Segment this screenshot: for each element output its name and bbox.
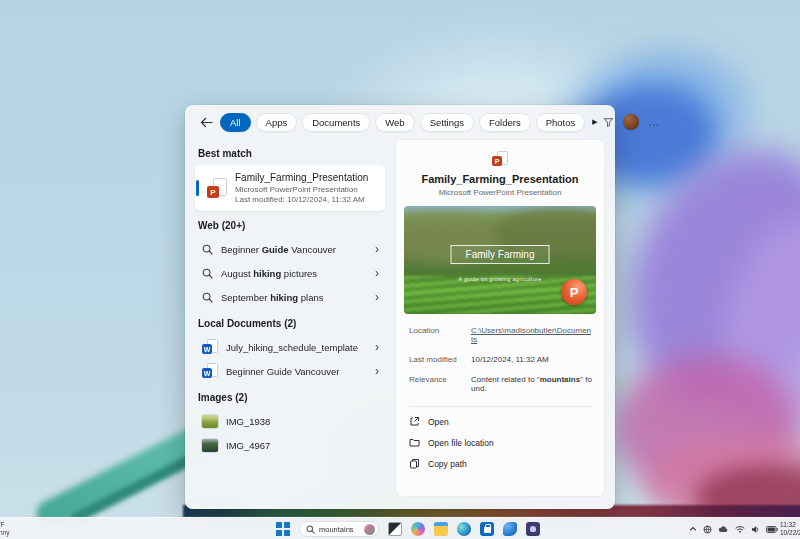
chevron-right-icon[interactable]: › xyxy=(375,342,379,352)
teams-icon[interactable] xyxy=(526,522,540,536)
weather-widget[interactable]: 48°F Sunny xyxy=(0,521,9,537)
suggestion-label: Beginner Guide Vancouver xyxy=(221,244,336,255)
filter-icon[interactable] xyxy=(603,117,614,128)
file-explorer-icon[interactable] xyxy=(434,522,448,536)
web-suggestion-row[interactable]: Beginner Guide Vancouver › xyxy=(195,237,385,261)
chevron-right-icon[interactable]: › xyxy=(375,244,379,254)
document-row[interactable]: W July_hiking_schedule_template › xyxy=(195,335,385,359)
web-section-header: Web (20+) xyxy=(198,220,385,231)
local-documents-header: Local Documents (2) xyxy=(198,318,385,329)
document-row[interactable]: W Beginner Guide Vancouver › xyxy=(195,359,385,383)
tab-settings[interactable]: Settings xyxy=(420,113,474,132)
action-label: Open file location xyxy=(428,438,494,448)
tab-all[interactable]: All xyxy=(220,113,251,132)
microsoft-365-icon[interactable] xyxy=(503,522,517,536)
search-highlights-thumbnail[interactable] xyxy=(364,524,375,535)
more-tabs-button[interactable]: ▶ xyxy=(592,118,597,126)
folder-icon xyxy=(409,437,420,448)
open-button[interactable]: Open xyxy=(404,411,596,432)
image-thumbnail xyxy=(202,415,218,428)
metadata-value: 10/12/2024, 11:32 AM xyxy=(471,355,592,364)
image-label: IMG_4967 xyxy=(226,440,270,451)
suggestion-label: September hiking plans xyxy=(221,292,323,303)
topbar-right-group: … xyxy=(603,114,661,130)
microsoft-store-icon[interactable] xyxy=(480,522,494,536)
tab-web[interactable]: Web xyxy=(375,113,414,132)
taskbar: 48°F Sunny mountains xyxy=(0,517,800,539)
metadata-row-location: Location C:\Users\madisonbutler\Document… xyxy=(409,326,592,344)
clock-time: 11:32 xyxy=(780,521,800,529)
action-label: Copy path xyxy=(428,459,467,469)
search-icon xyxy=(202,268,213,279)
search-icon xyxy=(306,525,315,534)
image-row[interactable]: IMG_1938 xyxy=(195,409,385,433)
start-button[interactable] xyxy=(276,522,290,536)
metadata-value: Content related to "mountains" found. xyxy=(471,375,592,393)
file-modified: Last modified: 10/12/2024, 11:32 AM xyxy=(235,195,368,204)
tab-folders[interactable]: Folders xyxy=(479,113,531,132)
search-icon xyxy=(202,244,213,255)
open-file-location-button[interactable]: Open file location xyxy=(404,432,596,453)
slide-title: Family Farming xyxy=(451,245,550,264)
document-label: Beginner Guide Vancouver xyxy=(226,366,339,377)
volume-icon[interactable] xyxy=(751,525,760,534)
desktop: All Apps Documents Web Settings Folders … xyxy=(0,0,800,539)
chevron-right-icon[interactable]: › xyxy=(375,268,379,278)
taskbar-search-box[interactable]: mountains xyxy=(299,521,379,537)
location-link[interactable]: C:\Users\madisonbutler\Documents xyxy=(471,326,591,344)
file-metadata: Location C:\Users\madisonbutler\Document… xyxy=(409,326,592,404)
web-suggestion-row[interactable]: September hiking plans › xyxy=(195,285,385,309)
divider xyxy=(409,406,592,407)
weather-temp: 48°F xyxy=(0,521,9,529)
clock-date: 10/22/2024 xyxy=(780,529,800,537)
copy-icon xyxy=(409,458,420,469)
best-match-item[interactable]: P Family_Farming_Presentation Microsoft … xyxy=(195,165,385,211)
image-thumbnail xyxy=(202,439,218,452)
chevron-up-icon[interactable] xyxy=(689,525,697,533)
preview-header: P Family_Farming_Presentation Microsoft … xyxy=(404,151,596,197)
web-suggestion-row[interactable]: August hiking pictures › xyxy=(195,261,385,285)
word-file-icon: W xyxy=(202,339,218,355)
weather-condition: Sunny xyxy=(0,529,9,537)
images-section-header: Images (2) xyxy=(198,392,385,403)
powerpoint-logo-badge: P xyxy=(561,279,587,305)
metadata-row-modified: Last modified 10/12/2024, 11:32 AM xyxy=(409,355,592,364)
user-avatar[interactable] xyxy=(623,114,639,130)
wifi-icon[interactable] xyxy=(735,525,745,533)
copilot-icon[interactable] xyxy=(411,522,425,536)
onedrive-cloud-icon[interactable] xyxy=(718,525,729,533)
image-row[interactable]: IMG_4967 xyxy=(195,433,385,457)
windows-search-panel: All Apps Documents Web Settings Folders … xyxy=(185,105,615,509)
globe-icon[interactable] xyxy=(703,525,712,534)
preview-title: Family_Farming_Presentation xyxy=(404,173,596,185)
results-list: Best match P Family_Farming_Presentation… xyxy=(195,139,385,497)
image-label: IMG_1938 xyxy=(226,416,270,427)
selection-indicator xyxy=(196,180,199,196)
metadata-label: Location xyxy=(409,326,471,344)
back-button[interactable] xyxy=(197,113,215,131)
document-label: July_hiking_schedule_template xyxy=(226,342,358,353)
battery-icon[interactable] xyxy=(766,526,778,533)
metadata-row-relevance: Relevance Content related to "mountains"… xyxy=(409,375,592,393)
tab-documents[interactable]: Documents xyxy=(302,113,370,132)
file-title: Family_Farming_Presentation xyxy=(235,172,368,183)
tab-apps[interactable]: Apps xyxy=(256,113,298,132)
search-results-body: Best match P Family_Farming_Presentation… xyxy=(185,139,615,505)
slide-preview-image: Family Farming A guide on growing agricu… xyxy=(404,206,596,314)
task-view-button[interactable] xyxy=(388,522,402,536)
open-icon xyxy=(409,416,420,427)
search-filter-bar: All Apps Documents Web Settings Folders … xyxy=(185,105,615,139)
powerpoint-file-icon: P xyxy=(492,151,508,167)
tab-photos[interactable]: Photos xyxy=(536,113,586,132)
taskbar-clock[interactable]: 11:32 10/22/2024 xyxy=(780,521,800,537)
powerpoint-file-icon: P xyxy=(207,178,227,198)
word-file-icon: W xyxy=(202,363,218,379)
chevron-right-icon[interactable]: › xyxy=(375,292,379,302)
more-options-button[interactable]: … xyxy=(648,117,661,127)
taskbar-search-input[interactable]: mountains xyxy=(319,525,360,534)
preview-pane: P Family_Farming_Presentation Microsoft … xyxy=(395,139,605,497)
copy-path-button[interactable]: Copy path xyxy=(404,453,596,474)
chevron-right-icon[interactable]: › xyxy=(375,366,379,376)
suggestion-label: August hiking pictures xyxy=(221,268,317,279)
edge-browser-icon[interactable] xyxy=(457,522,471,536)
